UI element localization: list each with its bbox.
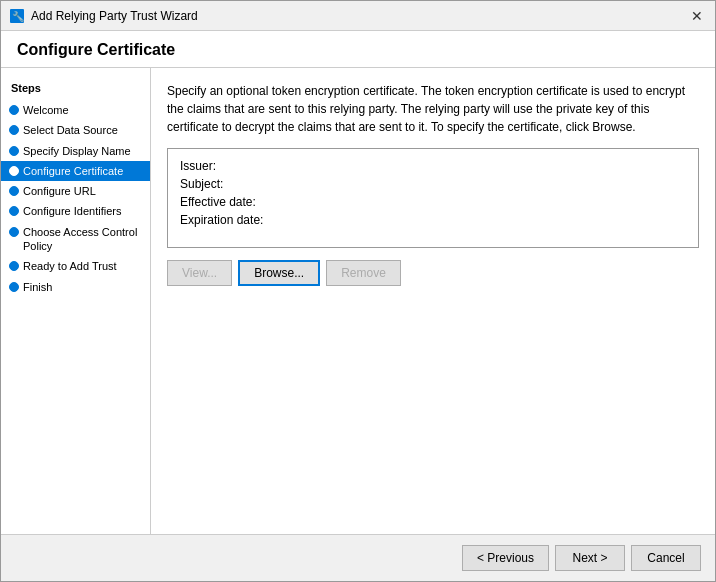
sidebar-dot-configure-url — [9, 186, 19, 196]
sidebar-dot-configure-certificate — [9, 166, 19, 176]
sidebar-item-choose-access-control-policy[interactable]: Choose Access Control Policy — [1, 222, 150, 257]
content-area: Steps WelcomeSelect Data SourceSpecify D… — [1, 68, 715, 534]
main-panel: Specify an optional token encryption cer… — [151, 68, 715, 534]
issuer-row: Issuer: — [180, 159, 686, 173]
sidebar-label-choose-access-control-policy: Choose Access Control Policy — [23, 225, 144, 254]
sidebar-label-welcome: Welcome — [23, 103, 69, 117]
certificate-box: Issuer: Subject: Effective date: Expirat… — [167, 148, 699, 248]
sidebar-label-select-data-source: Select Data Source — [23, 123, 118, 137]
wizard-window: 🔧 Add Relying Party Trust Wizard ✕ Confi… — [0, 0, 716, 582]
description-text: Specify an optional token encryption cer… — [167, 82, 699, 136]
sidebar-dot-finish — [9, 282, 19, 292]
sidebar-dot-welcome — [9, 105, 19, 115]
issuer-label: Issuer: — [180, 159, 216, 173]
sidebar-label-ready-to-add-trust: Ready to Add Trust — [23, 259, 117, 273]
sidebar-item-select-data-source[interactable]: Select Data Source — [1, 120, 150, 140]
sidebar-item-finish[interactable]: Finish — [1, 277, 150, 297]
window-title: Add Relying Party Trust Wizard — [31, 9, 198, 23]
sidebar-item-configure-certificate[interactable]: Configure Certificate — [1, 161, 150, 181]
sidebar-label-configure-certificate: Configure Certificate — [23, 164, 123, 178]
sidebar-label-configure-identifiers: Configure Identifiers — [23, 204, 121, 218]
sidebar-label-finish: Finish — [23, 280, 52, 294]
close-button[interactable]: ✕ — [687, 6, 707, 26]
svg-text:🔧: 🔧 — [12, 10, 25, 23]
title-bar: 🔧 Add Relying Party Trust Wizard ✕ — [1, 1, 715, 31]
sidebar: Steps WelcomeSelect Data SourceSpecify D… — [1, 68, 151, 534]
subject-row: Subject: — [180, 177, 686, 191]
sidebar-dot-configure-identifiers — [9, 206, 19, 216]
sidebar-dot-ready-to-add-trust — [9, 261, 19, 271]
subject-label: Subject: — [180, 177, 223, 191]
sidebar-item-ready-to-add-trust[interactable]: Ready to Add Trust — [1, 256, 150, 276]
expiration-date-row: Expiration date: — [180, 213, 686, 227]
title-bar-left: 🔧 Add Relying Party Trust Wizard — [9, 8, 198, 24]
effective-date-row: Effective date: — [180, 195, 686, 209]
view-button[interactable]: View... — [167, 260, 232, 286]
next-button[interactable]: Next > — [555, 545, 625, 571]
sidebar-label-specify-display-name: Specify Display Name — [23, 144, 131, 158]
page-title: Configure Certificate — [1, 31, 715, 68]
previous-button[interactable]: < Previous — [462, 545, 549, 571]
sidebar-item-specify-display-name[interactable]: Specify Display Name — [1, 141, 150, 161]
browse-button[interactable]: Browse... — [238, 260, 320, 286]
expiration-date-label: Expiration date: — [180, 213, 263, 227]
sidebar-dot-select-data-source — [9, 125, 19, 135]
sidebar-title: Steps — [1, 78, 150, 100]
sidebar-item-configure-identifiers[interactable]: Configure Identifiers — [1, 201, 150, 221]
wizard-icon: 🔧 — [9, 8, 25, 24]
sidebar-item-welcome[interactable]: Welcome — [1, 100, 150, 120]
cancel-button[interactable]: Cancel — [631, 545, 701, 571]
footer: < Previous Next > Cancel — [1, 534, 715, 581]
sidebar-dot-specify-display-name — [9, 146, 19, 156]
sidebar-label-configure-url: Configure URL — [23, 184, 96, 198]
sidebar-dot-choose-access-control-policy — [9, 227, 19, 237]
sidebar-item-configure-url[interactable]: Configure URL — [1, 181, 150, 201]
effective-date-label: Effective date: — [180, 195, 256, 209]
cert-button-row: View... Browse... Remove — [167, 260, 699, 286]
remove-button[interactable]: Remove — [326, 260, 401, 286]
